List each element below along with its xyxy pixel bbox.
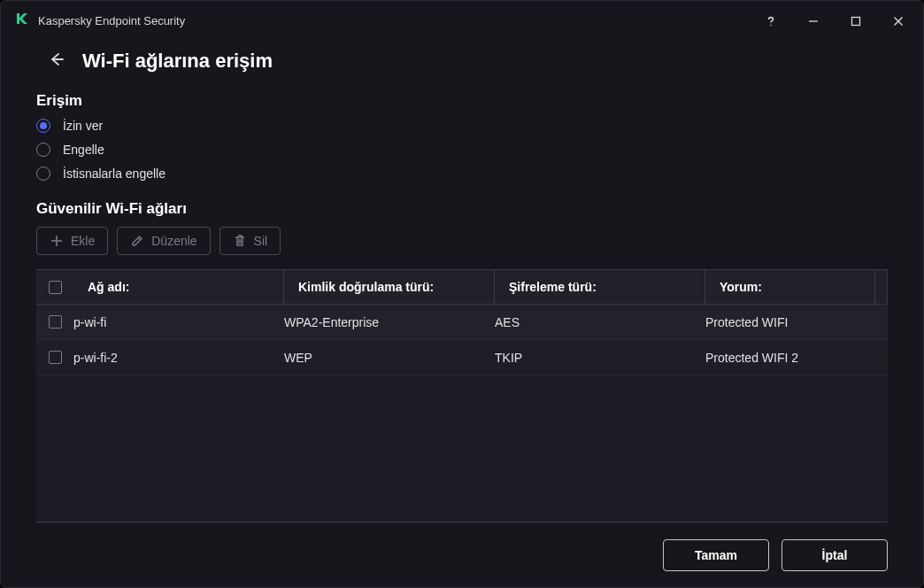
close-button[interactable] (888, 11, 909, 32)
radio-icon (36, 119, 50, 133)
radio-icon (36, 143, 50, 157)
header-auth[interactable]: Kimlik doğrulama türü: (284, 270, 495, 304)
back-button[interactable] (36, 51, 65, 72)
header-checkbox-cell[interactable] (36, 270, 73, 304)
page-title: Wi-Fi ağlarına erişim (82, 50, 273, 73)
checkbox-icon (49, 315, 62, 329)
page-header: Wi-Fi ağlarına erişim (36, 50, 888, 73)
add-button[interactable]: Ekle (36, 227, 108, 255)
cell-enc: TKIP (495, 351, 705, 365)
svg-point-0 (770, 24, 771, 25)
titlebar-left: Kaspersky Endpoint Security (15, 12, 185, 30)
delete-label: Sil (254, 234, 268, 248)
titlebar: Kaspersky Endpoint Security (1, 1, 923, 41)
app-window: Kaspersky Endpoint Security Wi-Fi ağları… (0, 0, 924, 588)
svg-line-7 (138, 238, 141, 241)
cell-name: p-wi-fi-2 (73, 351, 284, 365)
table-row[interactable]: p-wi-fi WPA2-Enterprise AES Protected WI… (36, 305, 888, 340)
cell-enc: AES (495, 315, 705, 329)
row-checkbox-cell[interactable] (36, 315, 73, 329)
trash-icon (233, 234, 247, 248)
access-radio-group: İzin ver Engelle İstisnalarla engelle (36, 119, 888, 181)
edit-button[interactable]: Düzenle (117, 227, 210, 255)
delete-button[interactable]: Sil (219, 227, 281, 255)
cell-auth: WPA2-Enterprise (284, 315, 495, 329)
help-button[interactable] (760, 11, 782, 32)
radio-label: İzin ver (63, 119, 103, 133)
app-title: Kaspersky Endpoint Security (38, 14, 185, 27)
cell-auth: WEP (284, 351, 495, 365)
svg-rect-2 (852, 17, 860, 25)
cell-note: Protected WIFI 2 (705, 351, 888, 365)
header-end (875, 270, 888, 304)
plus-icon (50, 234, 64, 248)
trusted-networks-table: Ağ adı: Kimlik doğrulama türü: Şifreleme… (36, 269, 888, 522)
radio-allow[interactable]: İzin ver (36, 119, 888, 133)
checkbox-icon (49, 281, 62, 294)
edit-label: Düzenle (151, 234, 196, 248)
header-name[interactable]: Ağ adı: (73, 270, 284, 304)
titlebar-right (760, 11, 909, 32)
maximize-button[interactable] (845, 11, 866, 32)
toolbar: Ekle Düzenle Sil (36, 227, 888, 255)
radio-block[interactable]: Engelle (36, 143, 888, 157)
table-header: Ağ adı: Kimlik doğrulama türü: Şifreleme… (36, 269, 888, 305)
trusted-section-label: Güvenilir Wi-Fi ağları (36, 200, 888, 218)
radio-label: İstisnalarla engelle (63, 166, 166, 181)
header-enc[interactable]: Şifreleme türü: (495, 270, 705, 304)
content: Wi-Fi ağlarına erişim Erişim İzin ver En… (1, 41, 923, 522)
app-logo-icon (15, 12, 29, 30)
pencil-icon (130, 234, 144, 248)
cell-note: Protected WIFI (705, 315, 888, 329)
cancel-button[interactable]: İptal (782, 539, 888, 571)
footer: Tamam İptal (1, 522, 923, 587)
table-body: p-wi-fi WPA2-Enterprise AES Protected WI… (36, 305, 888, 522)
add-label: Ekle (71, 234, 95, 248)
cell-name: p-wi-fi (73, 315, 284, 329)
header-note[interactable]: Yorum: (705, 270, 875, 304)
radio-icon (36, 166, 50, 181)
ok-button[interactable]: Tamam (663, 539, 769, 571)
radio-block-exceptions[interactable]: İstisnalarla engelle (36, 166, 888, 181)
minimize-button[interactable] (803, 11, 824, 32)
access-section-label: Erişim (36, 92, 888, 110)
table-row[interactable]: p-wi-fi-2 WEP TKIP Protected WIFI 2 (36, 340, 888, 375)
row-checkbox-cell[interactable] (36, 351, 73, 364)
radio-label: Engelle (63, 143, 104, 157)
checkbox-icon (49, 351, 62, 364)
